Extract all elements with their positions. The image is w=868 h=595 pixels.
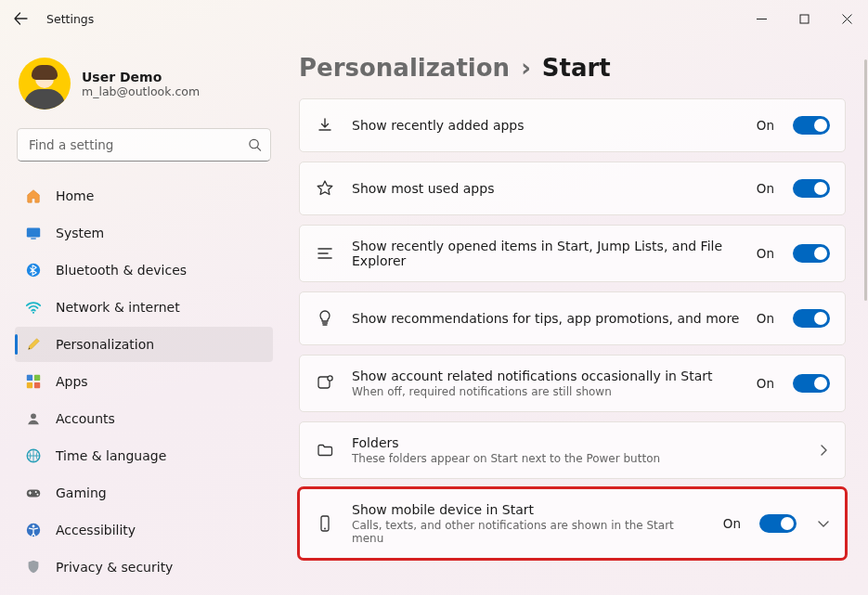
system-icon (24, 224, 43, 242)
profile-name: User Demo (82, 70, 200, 84)
profile-email: m_lab@outlook.com (82, 84, 200, 98)
toggle-switch[interactable] (793, 309, 830, 328)
sidebar-item-bluetooth[interactable]: Bluetooth & devices (15, 252, 273, 288)
gaming-icon (24, 484, 43, 502)
shield-icon (24, 558, 43, 576)
sidebar-item-label: Gaming (56, 485, 107, 500)
profile[interactable]: User Demo m_lab@outlook.com (15, 50, 273, 128)
accounts-icon (24, 409, 43, 428)
phone-icon (315, 514, 335, 533)
setting-most-used[interactable]: Show most used apps On (299, 162, 846, 215)
accessibility-icon (24, 521, 43, 539)
toggle-state: On (757, 181, 774, 196)
sidebar-item-gaming[interactable]: Gaming (15, 475, 273, 511)
setting-title: Show recently added apps (352, 118, 740, 133)
nav: Home System Bluetooth & devices Network … (15, 178, 273, 585)
toggle-state: On (757, 376, 774, 391)
close-button[interactable] (825, 0, 868, 37)
sidebar-item-time-language[interactable]: Time & language (15, 438, 273, 473)
sidebar-item-label: Network & internet (56, 300, 180, 315)
toggle-state: On (757, 118, 774, 133)
close-icon (842, 14, 852, 24)
toggle-switch[interactable] (793, 244, 830, 263)
sidebar-item-label: Privacy & security (56, 560, 173, 575)
setting-title: Show mobile device in Start (352, 502, 706, 517)
sidebar-item-accounts[interactable]: Accounts (15, 401, 273, 436)
search-input[interactable] (17, 128, 271, 162)
apps-icon (24, 372, 43, 391)
minimize-button[interactable] (740, 0, 783, 37)
svg-rect-3 (31, 238, 35, 239)
toggle-state: On (723, 516, 741, 531)
setting-recently-added[interactable]: Show recently added apps On (299, 98, 846, 152)
wifi-icon (24, 298, 43, 317)
sidebar: User Demo m_lab@outlook.com Home System … (0, 37, 284, 595)
setting-subtitle: When off, required notifications are sti… (352, 385, 740, 398)
chevron-down-icon[interactable] (817, 517, 830, 530)
search-box (17, 128, 271, 162)
minimize-icon (757, 14, 767, 24)
chevron-right-icon: › (521, 54, 531, 82)
home-icon (24, 187, 43, 205)
setting-title: Folders (352, 435, 797, 450)
search-icon (248, 138, 262, 152)
toggle-switch[interactable] (759, 514, 797, 533)
globe-clock-icon (24, 446, 43, 465)
sidebar-item-privacy[interactable]: Privacy & security (15, 550, 273, 585)
toggle-switch[interactable] (793, 374, 830, 393)
toggle-switch[interactable] (793, 116, 830, 135)
sidebar-item-label: Apps (56, 374, 88, 389)
settings-list: Show recently added apps On Show most us… (293, 98, 849, 559)
setting-mobile-device[interactable]: Show mobile device in Start Calls, texts… (299, 488, 846, 559)
setting-subtitle: These folders appear on Start next to th… (352, 452, 797, 465)
svg-rect-8 (27, 382, 32, 388)
breadcrumb-parent[interactable]: Personalization (299, 54, 510, 82)
svg-point-14 (37, 494, 39, 496)
sidebar-item-apps[interactable]: Apps (15, 364, 273, 399)
svg-point-18 (328, 376, 332, 381)
toggle-switch[interactable] (793, 179, 830, 198)
sidebar-item-label: Time & language (56, 448, 166, 463)
svg-point-13 (35, 491, 37, 493)
folder-icon (315, 441, 335, 459)
window-title: Settings (41, 12, 94, 26)
setting-recommendations[interactable]: Show recommendations for tips, app promo… (299, 291, 846, 345)
page-title: Start (542, 54, 611, 82)
svg-rect-7 (34, 375, 40, 381)
maximize-button[interactable] (783, 0, 825, 37)
setting-title: Show account related notifications occas… (352, 369, 740, 383)
setting-title: Show recently opened items in Start, Jum… (352, 239, 740, 268)
setting-subtitle: Calls, texts, and other notifications ar… (352, 519, 706, 545)
toggle-state: On (757, 311, 774, 326)
sidebar-item-system[interactable]: System (15, 215, 273, 251)
list-icon (315, 244, 335, 263)
setting-folders[interactable]: Folders These folders appear on Start ne… (299, 421, 846, 479)
svg-rect-6 (27, 375, 32, 381)
svg-rect-9 (34, 382, 40, 388)
svg-point-10 (31, 413, 36, 419)
bluetooth-icon (24, 261, 43, 279)
sidebar-item-home[interactable]: Home (15, 178, 273, 213)
setting-recent-items[interactable]: Show recently opened items in Start, Jum… (299, 225, 846, 282)
main-content: Personalization › Start Show recently ad… (284, 37, 868, 595)
back-button[interactable] (0, 11, 41, 26)
sidebar-item-personalization[interactable]: Personalization (15, 327, 273, 362)
svg-point-5 (32, 312, 34, 314)
sidebar-item-label: System (56, 226, 104, 240)
breadcrumb: Personalization › Start (293, 54, 849, 82)
scrollbar[interactable] (862, 37, 868, 595)
sidebar-item-label: Bluetooth & devices (56, 263, 187, 278)
setting-account-notifications[interactable]: Show account related notifications occas… (299, 355, 846, 412)
sidebar-item-label: Personalization (56, 337, 154, 352)
sidebar-item-label: Accounts (56, 411, 115, 426)
chevron-right-icon (817, 444, 830, 457)
title-bar: Settings (0, 0, 868, 37)
personalization-icon (24, 335, 43, 354)
arrow-left-icon (13, 11, 28, 26)
sidebar-item-network[interactable]: Network & internet (15, 290, 273, 325)
lightbulb-icon (315, 309, 335, 328)
sidebar-item-label: Home (56, 188, 94, 203)
svg-rect-2 (27, 228, 40, 238)
maximize-icon (799, 14, 810, 24)
sidebar-item-accessibility[interactable]: Accessibility (15, 512, 273, 548)
